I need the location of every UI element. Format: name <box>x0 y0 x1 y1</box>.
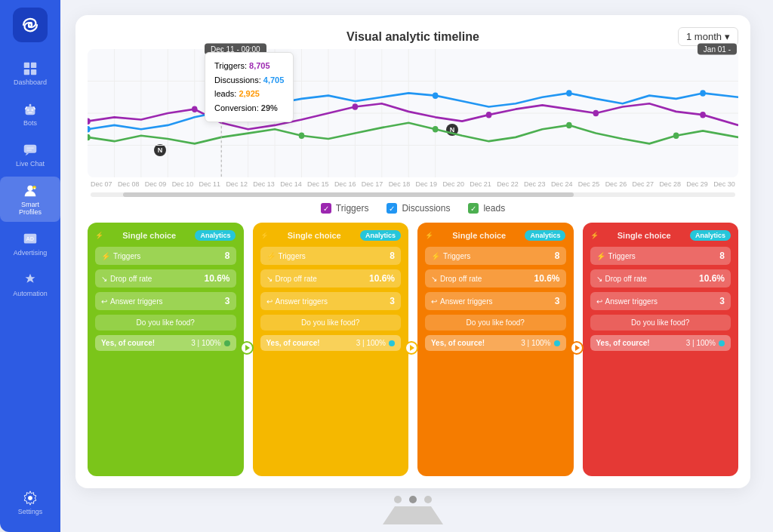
svg-point-38 <box>192 106 198 112</box>
card-1-answer: Yes, of cource! 3 | 100% <box>95 335 236 351</box>
svg-rect-4 <box>26 106 35 115</box>
card-4-answer: Yes, of cource! 3 | 100% <box>590 335 731 351</box>
card-2-triggers: ⚡ Triggers 8 <box>260 247 402 265</box>
svg-point-39 <box>353 103 359 110</box>
analytics-card-4: ⚡ Single choice Analytics ⚡ Triggers 8 ↘… <box>583 223 739 476</box>
card-3-answer: Yes, of cource! 3 | 100% <box>425 335 566 351</box>
card-3-question: Do you like food? <box>425 315 566 331</box>
automation-icon <box>22 272 38 288</box>
svg-point-5 <box>27 109 29 112</box>
monitor-dot-2[interactable] <box>409 496 417 503</box>
card-1-badge: Analytics <box>195 230 236 241</box>
card-1-answer-triggers: ↩ Answer triggers 3 <box>95 292 236 310</box>
dashboard-label: Dashboard <box>14 78 47 86</box>
chart-scrollbar-thumb[interactable] <box>123 192 574 197</box>
card-3-connector <box>569 340 584 358</box>
legend-leads[interactable]: ✓ leads <box>468 203 505 214</box>
svg-point-43 <box>88 126 91 133</box>
card-2-dropoff: ↘ Drop off rate 10.6% <box>260 269 402 288</box>
card-1-connector <box>239 340 254 358</box>
monitor-stand <box>383 506 443 524</box>
discussions-checkbox[interactable]: ✓ <box>386 203 397 214</box>
triggers-checkbox[interactable]: ✓ <box>321 203 331 214</box>
svg-point-48 <box>88 134 91 141</box>
card-1-question: Do you like food? <box>95 315 236 331</box>
svg-point-46 <box>566 90 572 97</box>
svg-point-42 <box>700 112 706 118</box>
sidebar-item-smart-profiles[interactable]: ★ SmartProfiles <box>0 177 60 222</box>
card-3-badge: Analytics <box>525 230 565 241</box>
card-4-dropoff: ↘ Drop off rate 10.6% <box>590 269 731 288</box>
legend-triggers[interactable]: ✓ Triggers <box>321 203 369 214</box>
svg-rect-11 <box>24 145 37 153</box>
analytics-card-3: ⚡ Single choice Analytics ⚡ Triggers 8 ↘… <box>417 223 574 476</box>
card-3-header: ⚡ Single choice Analytics <box>425 230 566 241</box>
chart-legend: ✓ Triggers ✓ Discussions ✓ <box>88 203 738 214</box>
card-2-question: Do you like food? <box>260 315 402 331</box>
chart-area: Dec 11 - 00:00 Jan 01 - Triggers: 8,705 … <box>88 49 738 177</box>
triggers-legend-label: Triggers <box>336 203 369 214</box>
svg-rect-0 <box>24 63 29 68</box>
analytics-card-1: ⚡ Single choice Analytics ⚡ Triggers 8 ↘… <box>88 223 244 476</box>
card-3-answer-triggers: ↩ Answer triggers 3 <box>425 292 566 310</box>
legend-discussions[interactable]: ✓ Discussions <box>386 203 450 214</box>
live-chat-label: Live Chat <box>16 160 45 168</box>
svg-point-49 <box>299 133 305 140</box>
card-4-answer-dot <box>719 340 725 346</box>
svg-point-14 <box>27 186 32 191</box>
card-4-triggers: ⚡ Triggers 8 <box>590 247 731 265</box>
dashboard-icon <box>22 60 38 77</box>
automation-label: Automation <box>13 290 48 297</box>
card-4-type: Single choice <box>617 231 671 240</box>
card-1-answer-dot <box>224 340 230 346</box>
svg-rect-1 <box>31 63 36 68</box>
tooltip-discussions: Discussions: 4,705 <box>214 73 284 88</box>
svg-point-37 <box>88 118 91 125</box>
sidebar-item-automation[interactable]: Automation <box>0 266 60 303</box>
card-2-answer-triggers: ↩ Answer triggers 3 <box>260 292 402 310</box>
svg-point-20 <box>28 496 32 500</box>
bots-label: Bots <box>23 119 37 127</box>
card-2-answer: Yes, of cource! 3 | 100% <box>260 335 402 351</box>
svg-point-41 <box>593 110 599 117</box>
card-2-badge: Analytics <box>360 230 401 241</box>
card-4-question: Do you like food? <box>590 315 731 331</box>
card-4-header: ⚡ Single choice Analytics <box>590 230 731 241</box>
svg-point-50 <box>433 126 439 133</box>
bots-icon <box>22 101 38 118</box>
cards-row: ⚡ Single choice Analytics ⚡ Triggers 8 ↘… <box>88 223 738 476</box>
chart-tooltip: Triggers: 8,705 Discussions: 4,705 leads… <box>205 52 294 122</box>
chart-scrollbar[interactable] <box>91 192 735 197</box>
sidebar-item-settings[interactable]: Settings <box>0 484 60 521</box>
monitor-dots <box>394 488 432 506</box>
svg-rect-3 <box>31 69 36 75</box>
app-wrapper: Dashboard Bots Live Chat <box>0 0 773 532</box>
svg-text:★: ★ <box>33 186 36 190</box>
card-1-triggers: ⚡ Triggers 8 <box>95 247 236 265</box>
sidebar-item-dashboard[interactable]: Dashboard <box>0 54 60 92</box>
card-3-triggers: ⚡ Triggers 8 <box>425 247 566 265</box>
monitor-dot-1[interactable] <box>394 496 402 503</box>
sidebar-item-bots[interactable]: Bots <box>0 95 60 133</box>
monitor-dot-3[interactable] <box>424 496 432 503</box>
svg-text:AD: AD <box>26 235 35 242</box>
svg-rect-7 <box>28 112 32 113</box>
sidebar-item-advertising[interactable]: AD Advertising <box>0 225 60 263</box>
advertising-label: Advertising <box>14 249 48 257</box>
leads-checkbox[interactable]: ✓ <box>468 203 479 214</box>
main-content: Visual analytic timeline 1 month ▾ Dec 1… <box>60 0 773 532</box>
advertising-icon: AD <box>22 231 38 248</box>
monitor-frame: Visual analytic timeline 1 month ▾ Dec 1… <box>75 15 750 488</box>
smart-profiles-icon: ★ <box>22 183 38 199</box>
logo-icon <box>19 17 42 32</box>
svg-rect-2 <box>24 69 29 75</box>
card-1-dropoff: ↘ Drop off rate 10.6% <box>95 269 236 288</box>
card-1-header: ⚡ Single choice Analytics <box>95 230 236 241</box>
settings-icon <box>22 490 38 506</box>
sidebar-item-live-chat[interactable]: Live Chat <box>0 136 60 174</box>
smart-profiles-label: SmartProfiles <box>19 201 42 216</box>
analytics-card-2: ⚡ Single choice Analytics ⚡ Triggers 8 ↘… <box>253 223 409 476</box>
svg-point-45 <box>433 92 439 99</box>
card-2-answer-dot <box>389 340 395 346</box>
tooltip-leads: leads: 2,925 <box>214 87 284 101</box>
